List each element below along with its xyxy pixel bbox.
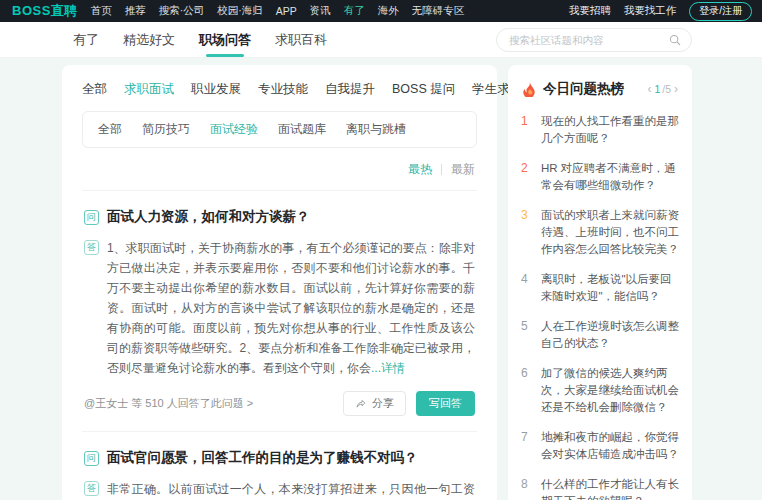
flame-icon [521,81,537,97]
nav-item-home[interactable]: 首页 [91,4,112,18]
hot-questions-card: 今日问题热榜 ‹ 1/5 › 1现在的人找工作看重的是那几个方面呢？ 2HR 对… [508,65,692,500]
hot-question-text[interactable]: 面试的求职者上来就问薪资待遇、上班时间，也不问工作内容怎么回答比较完美？ [541,207,679,258]
hot-list-item[interactable]: 5人在工作逆境时该怎么调整自己的状态？ [521,318,679,352]
hot-list-header: 今日问题热榜 ‹ 1/5 › [521,80,679,98]
subtab-interview-question-bank[interactable]: 面试题库 [278,121,326,138]
rank-number: 1 [521,113,534,147]
pager-prev-icon[interactable]: ‹ [646,83,652,95]
nav-item-accessibility[interactable]: 无障碍专区 [412,4,465,18]
question-title-row[interactable]: 问 面试人力资源，如何和对方谈薪？ [84,208,475,226]
qa-feed-card: 全部 求职面试 职业发展 专业技能 自我提升 BOSS 提问 学生求助 全部 简… [62,65,497,500]
nav-item-recommend[interactable]: 推荐 [125,4,146,18]
tab-job-interview[interactable]: 求职面试 [124,81,174,98]
subnav-item-job-wiki[interactable]: 求职百科 [275,22,327,57]
answer-row: 答 1、求职面试时，关于协商薪水的事，有五个必须谨记的要点：除非对方已做出决定，… [84,238,475,378]
tab-professional-skills[interactable]: 专业技能 [258,81,308,98]
hot-questions-list: 1现在的人找工作看重的是那几个方面呢？ 2HR 对应聘者不满意时，通常会有哪些细… [521,113,679,500]
rank-number: 7 [521,429,534,463]
hot-list-item[interactable]: 1现在的人找工作看重的是那几个方面呢？ [521,113,679,147]
nav-item-news[interactable]: 资讯 [310,4,331,18]
rank-number: 2 [521,160,534,194]
share-icon [355,398,367,410]
hot-list-item[interactable]: 6加了微信的候选人爽约两次，大家是继续给面试机会还是不给机会删除微信？ [521,365,679,416]
sub-category-tabs: 全部 简历技巧 面试经验 面试题库 离职与跳槽 [82,111,477,148]
question-title-row[interactable]: 问 面试官问愿景，回答工作的目的是为了赚钱不对吗？ [84,449,475,467]
rank-number: 6 [521,365,534,416]
hot-question-text[interactable]: 离职时，老板说"以后要回来随时欢迎"，能信吗？ [541,271,679,305]
login-register-button[interactable]: 登录/注册 [689,2,752,21]
share-label: 分享 [372,396,394,411]
rank-number: 3 [521,207,534,258]
search-input[interactable] [509,34,669,46]
subtab-resignation-jobhopping[interactable]: 离职与跳槽 [346,121,406,138]
tab-all[interactable]: 全部 [82,81,107,98]
share-button[interactable]: 分享 [343,391,406,416]
answer-snippet: 1、求职面试时，关于协商薪水的事，有五个必须谨记的要点：除非对方已做出决定，并表… [107,238,475,378]
pager-total-pages: /5 [662,83,671,95]
sort-divider [441,164,442,175]
hot-list-item[interactable]: 7地摊和夜市的崛起，你觉得会对实体店铺造成冲击吗？ [521,429,679,463]
search-icon[interactable] [669,34,681,46]
page-content: 全部 求职面试 职业发展 专业技能 自我提升 BOSS 提问 学生求助 全部 简… [62,65,692,500]
sort-newest[interactable]: 最新 [451,161,475,178]
answerers-link[interactable]: @王女士 等 510 人回答了此问题 > [84,396,253,411]
nav-item-campus-overseas[interactable]: 校园·海归 [217,4,263,18]
top-nav-menu: 首页 推荐 搜索·公司 校园·海归 APP 资讯 有了 海外 无障碍专区 [91,4,465,18]
hot-question-text[interactable]: HR 对应聘者不满意时，通常会有哪些细微动作？ [541,160,679,194]
answer-snippet: 非常正确。以前面试过一个人，本来没打算招进来，只因他一句工资低了一些，立即决定留… [107,479,475,500]
top-nav-right: 我要招聘 我要找工作 登录/注册 [569,2,752,21]
pager-next-icon[interactable]: › [673,83,679,95]
sort-bar: 最热 最新 [82,148,477,191]
hot-list-pager: ‹ 1/5 › [646,83,679,95]
subtab-resume-tips[interactable]: 简历技巧 [142,121,190,138]
subnav-item-featured-articles[interactable]: 精选好文 [123,22,175,57]
tab-boss-questions[interactable]: BOSS 提问 [392,81,455,98]
detail-link[interactable]: ...详情 [371,361,405,375]
nav-item-app[interactable]: APP [276,5,297,17]
community-search-box[interactable] [496,28,692,52]
community-sub-nav: 有了 精选好文 职场问答 求职百科 [0,22,762,58]
answer-text: 1、求职面试时，关于协商薪水的事，有五个必须谨记的要点：除非对方已做出决定，并表… [107,241,475,375]
sub-nav-menu: 有了 精选好文 职场问答 求职百科 [73,22,327,57]
question-item: 问 面试官问愿景，回答工作的目的是为了赚钱不对吗？ 答 非常正确。以前面试过一个… [82,432,477,500]
tab-self-improvement[interactable]: 自我提升 [325,81,375,98]
question-badge-icon: 问 [84,210,99,225]
hot-list-item[interactable]: 2HR 对应聘者不满意时，通常会有哪些细微动作？ [521,160,679,194]
nav-item-youle[interactable]: 有了 [344,4,365,18]
hot-question-text[interactable]: 加了微信的候选人爽约两次，大家是继续给面试机会还是不给机会删除微信？ [541,365,679,416]
rank-number: 5 [521,318,534,352]
top-navigation-bar: BOSS直聘 首页 推荐 搜索·公司 校园·海归 APP 资讯 有了 海外 无障… [0,0,762,22]
hot-list-item[interactable]: 8什么样的工作才能让人有长期干下去的欲望呢？ [521,476,679,500]
rank-number: 4 [521,271,534,305]
answer-badge-icon: 答 [84,481,99,496]
question-actions: 分享 写回答 [343,391,475,416]
category-tabs: 全部 求职面试 职业发展 专业技能 自我提升 BOSS 提问 学生求助 [82,81,477,98]
tab-career-development[interactable]: 职业发展 [191,81,241,98]
hot-question-text[interactable]: 人在工作逆境时该怎么调整自己的状态？ [541,318,679,352]
question-footer: @王女士 等 510 人回答了此问题 > 分享 写回答 [84,391,475,416]
rank-number: 8 [521,476,534,500]
hot-question-text[interactable]: 现在的人找工作看重的是那几个方面呢？ [541,113,679,147]
subnav-item-workplace-qa[interactable]: 职场问答 [199,22,251,57]
boss-zhipin-logo[interactable]: BOSS直聘 [12,2,78,20]
nav-item-search-company[interactable]: 搜索·公司 [159,4,205,18]
subtab-interview-experience[interactable]: 面试经验 [210,121,258,138]
hot-question-text[interactable]: 地摊和夜市的崛起，你觉得会对实体店铺造成冲击吗？ [541,429,679,463]
question-badge-icon: 问 [84,451,99,466]
hot-question-text[interactable]: 什么样的工作才能让人有长期干下去的欲望呢？ [541,476,679,500]
subnav-item-youle[interactable]: 有了 [73,22,99,57]
nav-item-overseas[interactable]: 海外 [378,4,399,18]
answer-row: 答 非常正确。以前面试过一个人，本来没打算招进来，只因他一句工资低了一些，立即决… [84,479,475,500]
nav-item-find-job[interactable]: 我要找工作 [624,4,677,18]
hot-list-item[interactable]: 4离职时，老板说"以后要回来随时欢迎"，能信吗？ [521,271,679,305]
nav-item-recruit[interactable]: 我要招聘 [569,4,611,18]
sort-hottest[interactable]: 最热 [408,161,432,178]
question-title[interactable]: 面试人力资源，如何和对方谈薪？ [107,208,310,226]
question-title[interactable]: 面试官问愿景，回答工作的目的是为了赚钱不对吗？ [107,449,418,467]
answer-badge-icon: 答 [84,240,99,255]
subtab-all[interactable]: 全部 [98,121,122,138]
pager-current-page: 1 [654,83,660,95]
hot-list-item[interactable]: 3面试的求职者上来就问薪资待遇、上班时间，也不问工作内容怎么回答比较完美？ [521,207,679,258]
write-answer-button[interactable]: 写回答 [416,391,475,416]
question-item: 问 面试人力资源，如何和对方谈薪？ 答 1、求职面试时，关于协商薪水的事，有五个… [82,191,477,432]
